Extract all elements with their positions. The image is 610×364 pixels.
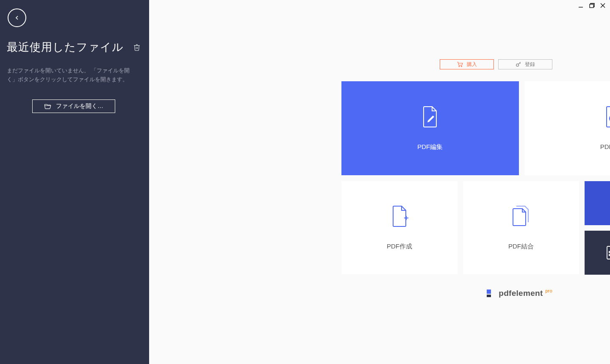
folder-open-icon [44, 103, 52, 110]
main-area: 購入 登録 PDF編集 PDF変換 [149, 0, 610, 364]
create-icon [389, 205, 410, 227]
top-actions: 購入 登録 [440, 59, 552, 69]
maximize-icon [589, 3, 595, 8]
cart-icon [457, 61, 463, 67]
close-button[interactable] [599, 2, 607, 9]
pdf-convert-tile[interactable]: PDF変換 [524, 81, 610, 175]
key-icon [516, 61, 521, 67]
svg-point-6 [459, 66, 460, 67]
pdf-template-tile[interactable]: PDFテンプレート [585, 231, 610, 275]
pdf-combine-tile[interactable]: PDF結合 [463, 181, 579, 274]
sidebar: 最近使用したファイル まだファイルを開いていません。 「ファイルを開く」ボタンを… [0, 0, 149, 364]
brand-name: pdfelement pro [499, 289, 552, 298]
convert-icon [602, 106, 610, 128]
tile-label: PDF変換 [600, 143, 610, 151]
buy-label: 購入 [467, 61, 477, 68]
pdf-edit-tile[interactable]: PDF編集 [341, 81, 519, 175]
svg-rect-15 [487, 290, 491, 294]
register-button[interactable]: 登録 [498, 59, 552, 69]
window-controls [577, 2, 607, 9]
clear-recent-button[interactable] [133, 43, 141, 52]
combine-icon [510, 205, 532, 227]
maximize-button[interactable] [588, 2, 596, 9]
svg-point-7 [461, 66, 462, 67]
edit-icon [419, 106, 441, 128]
open-file-button[interactable]: ファイルを開く… [32, 99, 115, 113]
chevron-left-icon [14, 14, 20, 21]
svg-rect-16 [487, 295, 491, 297]
empty-recent-message: まだファイルを開いていません。 「ファイルを開く」ボタンをクリックしてファイルを… [7, 66, 134, 84]
register-label: 登録 [525, 61, 535, 68]
batch-process-tile[interactable]: バッチ処理 [585, 181, 610, 225]
template-icon [605, 245, 610, 260]
open-file-label: ファイルを開く… [56, 102, 103, 110]
brand-footer: pdfelement pro [487, 289, 552, 298]
buy-button[interactable]: 購入 [440, 59, 494, 69]
back-button[interactable] [8, 8, 26, 27]
pdf-create-tile[interactable]: PDF作成 [341, 181, 458, 274]
svg-point-8 [516, 64, 519, 66]
sidebar-title-row: 最近使用したファイル [7, 40, 142, 55]
tile-label: PDF結合 [508, 243, 534, 251]
minimize-icon [578, 3, 584, 8]
tile-label: PDF作成 [387, 243, 412, 251]
svg-rect-3 [590, 4, 593, 8]
tiles-grid: PDF編集 PDF変換 PDF作成 PDF結合 [341, 81, 610, 275]
minimize-button[interactable] [577, 2, 585, 9]
tile-label: PDF編集 [417, 143, 443, 151]
trash-icon [133, 43, 141, 52]
brand-logo-icon [487, 290, 494, 297]
close-icon [600, 3, 606, 8]
recent-files-title: 最近使用したファイル [7, 40, 124, 55]
